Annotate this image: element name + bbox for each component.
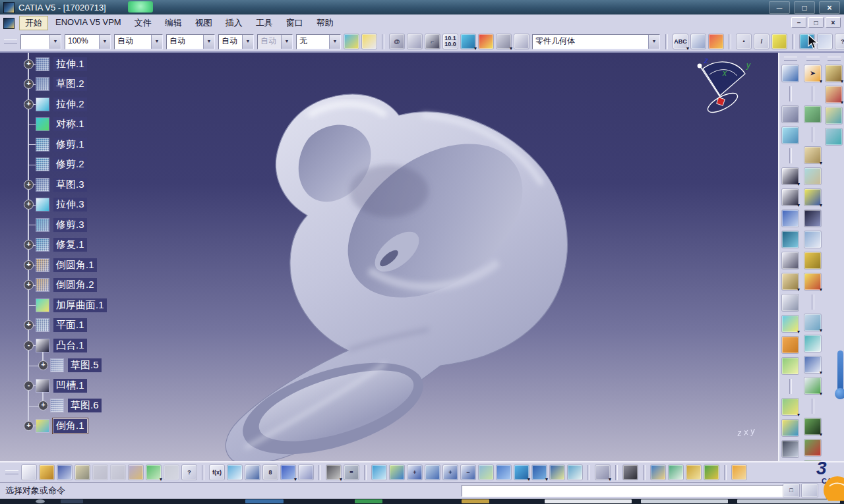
- zoom-in-icon[interactable]: +: [443, 465, 458, 480]
- symmetry-icon[interactable]: [36, 118, 49, 130]
- tree-item[interactable]: +倒圆角.2: [20, 275, 178, 296]
- menu-start[interactable]: 开始: [19, 16, 48, 30]
- plane-icon[interactable]: [36, 319, 49, 331]
- edge-fillet-icon[interactable]: [36, 259, 49, 271]
- tree-item-label[interactable]: 草图.6: [68, 399, 102, 412]
- tree-item-label[interactable]: 加厚曲面.1: [53, 298, 107, 312]
- search-magnifier-icon[interactable]: [245, 465, 260, 480]
- expand-icon[interactable]: +: [24, 59, 34, 69]
- axis-target-icon[interactable]: [804, 252, 821, 269]
- select-arrow-icon[interactable]: ➤▾: [804, 65, 821, 82]
- dropdown-arrow-icon[interactable]: ▼: [49, 35, 61, 49]
- close-surface-icon[interactable]: [782, 441, 799, 457]
- tree-item[interactable]: 对称.1: [20, 115, 178, 135]
- taskbar-window[interactable]: [641, 499, 728, 503]
- tree-item[interactable]: +修复.1: [20, 235, 178, 256]
- auto-combo-1[interactable]: 自动▼: [114, 34, 163, 49]
- flyout-arrow-icon[interactable]: ▾: [797, 329, 800, 335]
- tree-item-label[interactable]: 平面.1: [53, 318, 87, 332]
- tree-item-label[interactable]: 倒角.1: [53, 419, 87, 433]
- constraints-icon[interactable]: [479, 34, 493, 49]
- tree-item[interactable]: 修剪.3: [20, 215, 178, 235]
- expand-icon[interactable]: +: [24, 421, 34, 431]
- taskbar-item[interactable]: [355, 499, 382, 503]
- rotate-icon[interactable]: [425, 465, 440, 480]
- bounding-frame-icon[interactable]: [782, 127, 799, 144]
- command-input[interactable]: [462, 485, 785, 497]
- flyout-arrow-icon[interactable]: ▾: [160, 476, 162, 482]
- toolbar-grip[interactable]: [806, 57, 820, 61]
- expand-icon[interactable]: +: [24, 79, 34, 89]
- tree-item[interactable]: +草图.2: [20, 74, 178, 95]
- split-icon[interactable]: [782, 420, 799, 436]
- pen-annotation-icon[interactable]: [651, 465, 665, 480]
- shaded-with-edges-icon[interactable]: [550, 465, 564, 480]
- focus-target-icon[interactable]: [686, 465, 701, 480]
- thickness-icon[interactable]: ▾: [782, 399, 799, 415]
- pocket-drafted-icon[interactable]: ▾: [804, 189, 821, 206]
- tree-item-label[interactable]: 草图.5: [68, 358, 102, 372]
- whats-this-help-icon[interactable]: ?: [182, 465, 196, 480]
- tree-item-label[interactable]: 凹槽.1: [53, 379, 87, 393]
- flyout-arrow-icon[interactable]: ▾: [528, 476, 530, 482]
- manipulation-hand-icon[interactable]: [407, 34, 422, 49]
- taskbar-item[interactable]: [61, 499, 83, 503]
- trim-icon[interactable]: [36, 158, 49, 171]
- slot-pattern-icon[interactable]: [804, 231, 821, 248]
- catalog-browser-icon[interactable]: ▾: [461, 34, 475, 49]
- flyout-arrow-icon[interactable]: ▾: [797, 202, 800, 208]
- tree-item[interactable]: +草图.5: [34, 356, 178, 376]
- expand-icon[interactable]: +: [24, 99, 34, 109]
- pad-multi-body-icon[interactable]: ▾: [826, 65, 842, 82]
- render-style-cylinder-icon[interactable]: ▾: [532, 465, 547, 480]
- measure-hand-icon[interactable]: [732, 465, 746, 480]
- sketch-icon[interactable]: [51, 359, 63, 372]
- dropdown-arrow-icon[interactable]: ▼: [329, 35, 340, 49]
- flyout-arrow-icon[interactable]: ▾: [820, 370, 822, 376]
- flyout-arrow-icon[interactable]: ▾: [797, 181, 800, 187]
- close-button[interactable]: ×: [819, 1, 840, 14]
- taskbar-window[interactable]: [545, 499, 632, 503]
- flyout-arrow-icon[interactable]: ▾: [474, 45, 477, 51]
- power-lock-icon[interactable]: ▾: [326, 465, 341, 480]
- dropdown-arrow-icon[interactable]: ▼: [242, 35, 253, 49]
- toolbar-grip[interactable]: [5, 470, 18, 474]
- pad-icon[interactable]: ▾: [782, 168, 799, 184]
- insert-body-diamond-icon[interactable]: [514, 34, 529, 49]
- tree-item[interactable]: +拉伸.1: [20, 54, 178, 74]
- map-overview-icon[interactable]: [669, 465, 683, 480]
- menu-enovia-v5-vpm[interactable]: ENOVIA V5 VPM: [49, 16, 127, 30]
- new-document-icon[interactable]: [22, 465, 36, 480]
- flyout-arrow-icon[interactable]: ▾: [609, 476, 611, 482]
- stiffener-box-icon[interactable]: ▾: [804, 273, 821, 290]
- sketch-icon[interactable]: [36, 78, 49, 90]
- tree-item-label[interactable]: 拉伸.3: [53, 198, 87, 211]
- zoom-level-combo[interactable]: 100%▼: [65, 34, 111, 49]
- toolbar-grip[interactable]: [4, 40, 17, 43]
- open-folder-icon[interactable]: [40, 465, 54, 480]
- taskbar-item[interactable]: [462, 499, 489, 503]
- tree-item[interactable]: +拉伸.2: [20, 94, 178, 115]
- healing-icon[interactable]: [36, 238, 49, 251]
- isometric-view-icon[interactable]: ▾: [514, 465, 529, 480]
- tree-item-label[interactable]: 对称.1: [53, 117, 87, 131]
- tree-item-label[interactable]: 凸台.1: [53, 339, 87, 352]
- magic-wand-icon[interactable]: [362, 34, 377, 49]
- apply-material-icon[interactable]: [709, 34, 723, 49]
- whats-this-help-icon[interactable]: ?: [835, 34, 844, 49]
- trim-icon[interactable]: [36, 138, 49, 151]
- menu-window[interactable]: 窗口: [280, 16, 309, 30]
- tree-item-label[interactable]: 修剪.1: [53, 138, 87, 152]
- chamfer-icon[interactable]: ▾: [782, 273, 799, 290]
- expand-icon[interactable]: +: [24, 200, 34, 210]
- dropdown-arrow-icon[interactable]: ▼: [99, 35, 110, 49]
- flyout-arrow-icon[interactable]: ▾: [820, 327, 822, 333]
- tree-item-label[interactable]: 草图.3: [53, 178, 87, 192]
- expand-icon[interactable]: +: [38, 360, 48, 370]
- flyout-arrow-icon[interactable]: ▾: [820, 160, 822, 166]
- axis-system-icon[interactable]: ⌐: [425, 34, 440, 49]
- update-refresh-icon[interactable]: @: [390, 34, 404, 49]
- flyout-arrow-icon[interactable]: ▾: [797, 287, 800, 293]
- fillet-face-icon[interactable]: [782, 358, 799, 374]
- shell-icon[interactable]: ▾: [782, 316, 799, 332]
